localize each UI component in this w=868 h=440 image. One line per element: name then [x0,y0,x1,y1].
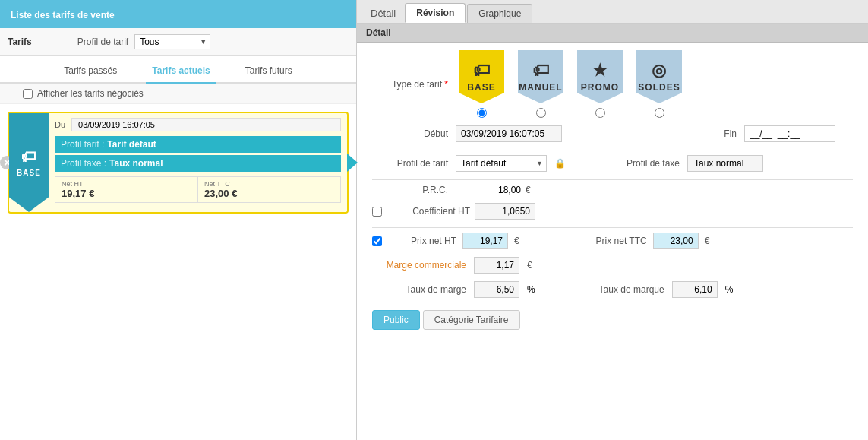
tarifs-tabs: Tarifs passés Tarifs actuels Tarifs futu… [0,56,356,84]
type-promo-radio[interactable] [595,108,605,118]
prc-row: P.R.C. 18,00 € [372,185,853,195]
type-promo-icon: ★ PROMO [577,50,623,103]
negocies-label[interactable]: Afficher les tarifs négociés [23,88,333,99]
marge-label: Marge commerciale [383,260,466,271]
du-value: 03/09/2019 16:07:05 [71,118,341,131]
profil-select[interactable]: Tous Tarif défaut Tarif spécial [134,34,210,49]
tarifs-label: Tarifs [8,36,32,47]
manuel-symbol: 🏷 [532,61,550,81]
left-panel: Liste des tarifs de vente Tarifs Profil … [0,0,357,440]
promo-label: PROMO [581,82,619,93]
taux-row: Taux de marge % Taux de marque % [372,281,853,298]
fin-input[interactable] [744,125,835,142]
type-base-icon: 🏷 BASE [459,50,504,103]
type-manuel-radio[interactable] [536,108,546,118]
debut-label: Début [372,128,448,139]
lock-icon: 🔒 [554,158,566,169]
profil-tarif-label: Profil tarif : [61,139,104,150]
debut-fin-row: Début 03/09/2019 16:07:05 Fin [372,125,853,142]
prix-ht-input[interactable] [462,233,508,249]
page-title: Liste des tarifs de vente [0,0,356,28]
marge-input[interactable] [474,257,519,274]
type-manuel-icon: 🏷 MANUEL [518,50,563,103]
type-base-btn[interactable]: 🏷 BASE [456,50,507,118]
type-base-radio[interactable] [477,108,487,118]
taux-marge-pct: % [527,284,535,295]
du-row: Du 03/09/2019 16:07:05 [55,118,341,131]
marge-row: Marge commerciale € [372,257,853,274]
negocies-checkbox[interactable] [23,89,33,99]
prix-ht-currency: € [514,236,519,246]
coeff-label: Coefficient HT [387,206,470,217]
coeff-input[interactable] [475,203,535,220]
taux-marque-input[interactable] [672,281,718,298]
tab-graphique[interactable]: Graphique [467,4,532,23]
tarif-badge: 🏷 BASE [9,113,49,212]
profil-select-wrapper[interactable]: Tous Tarif défaut Tarif spécial [134,34,210,49]
right-tabs: Détail Révision Graphique [357,0,868,24]
filter-bar: Tarifs Profil de tarif Tous Tarif défaut… [0,28,356,56]
taux-marque-label: Taux de marque [589,284,664,295]
soldes-label: SOLDES [638,82,680,93]
badge-icon: 🏷 [21,148,36,166]
profil-tarif-value: Tarif défaut [107,139,156,150]
profil-taxe-row: Profil taxe : Taux normal [55,155,341,172]
profil-tarif-row: Profil tarif : Tarif défaut [55,136,341,153]
taux-marge-input[interactable] [474,281,519,298]
tab-tarifs-futurs[interactable]: Tarifs futurs [239,62,298,82]
net-ttc-box: Net TTC 23,00 € [198,177,340,202]
net-ht-box: Net HT 19,17 € [55,177,198,202]
manuel-label: MANUEL [519,82,562,93]
profil-tarif-select-wrapper[interactable]: Tarif défaut Tarif spécial [456,155,547,172]
detail-section-title: Détail [357,24,868,43]
profil-label: Profil de tarif [77,36,128,47]
type-manuel-btn[interactable]: 🏷 MANUEL [515,50,567,118]
type-soldes-radio[interactable] [655,108,664,118]
profil-tarif-select[interactable]: Tarif défaut Tarif spécial [456,155,547,172]
detail-tab-label: Détail [363,5,403,22]
public-button[interactable]: Public [372,310,420,330]
categorie-button[interactable]: Catégorie Tarifaire [423,310,520,330]
profil-tarif-label: Profil de tarif [372,158,448,169]
tarif-types: 🏷 BASE 🏷 MANUEL ★ [456,50,685,118]
type-soldes-btn[interactable]: ◎ SOLDES [633,50,685,118]
prix-ttc-currency: € [705,236,710,246]
prc-label: P.R.C. [372,185,448,195]
coeff-checkbox[interactable] [372,207,382,217]
prc-currency: € [526,185,531,195]
marge-currency: € [527,260,532,271]
type-promo-btn[interactable]: ★ PROMO [574,50,626,118]
debut-input[interactable]: 03/09/2019 16:07:05 [456,125,562,142]
right-panel: Détail Révision Graphique Détail Type de… [357,0,868,440]
tarif-content: Du 03/09/2019 16:07:05 Profil tarif : Ta… [49,113,347,212]
tarif-list: ✕ 🏷 BASE Du 03/09/2019 16:07:05 Profil t… [0,104,356,227]
separator-1 [372,150,853,150]
tab-revision[interactable]: Révision [405,3,466,23]
prix-checkbox[interactable] [372,236,382,246]
profil-taxe-value: Taux normal [109,158,163,169]
detail-body: Type de tarif 🏷 BASE 🏷 MANUEL [357,43,868,337]
taux-marge-label: Taux de marge [383,284,466,295]
net-ht-value: 19,17 € [62,188,191,199]
net-ht-label: Net HT [62,180,191,188]
du-label: Du [55,120,65,129]
taux-marque-pct: % [725,284,734,295]
separator-3 [372,227,853,228]
profil-taxe-value: Taux normal [687,155,763,172]
badge-label: BASE [17,169,41,177]
tab-tarifs-actuels[interactable]: Tarifs actuels [146,62,216,84]
type-soldes-icon: ◎ SOLDES [636,50,682,103]
tarif-prices: Net HT 19,17 € Net TTC 23,00 € [55,176,341,203]
prix-ttc-input[interactable] [653,233,699,249]
coeff-row: Coefficient HT [372,203,853,220]
negocies-bar: Afficher les tarifs négociés [0,84,356,104]
tab-tarifs-passes[interactable]: Tarifs passés [58,62,123,82]
fin-label: Fin [661,128,737,139]
tarif-card: ✕ 🏷 BASE Du 03/09/2019 16:07:05 Profil t… [8,112,349,214]
soldes-symbol: ◎ [652,61,667,81]
page-title-text: Liste des tarifs de vente [11,10,115,21]
base-label: BASE [467,82,495,93]
net-ttc-label: Net TTC [204,180,334,188]
profil-taxe-label: Profil de taxe [604,158,680,169]
type-tarif-label: Type de tarif [372,79,448,90]
